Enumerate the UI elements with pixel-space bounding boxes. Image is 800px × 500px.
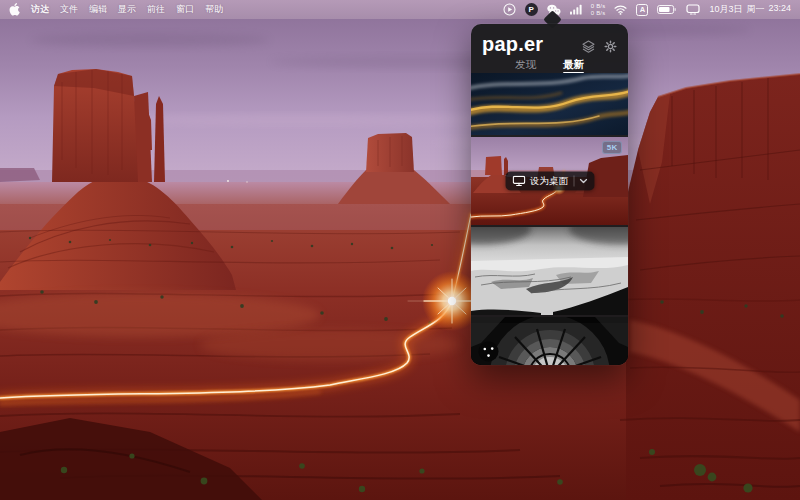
- menu-item-window[interactable]: 窗口: [176, 3, 194, 16]
- time-label: 23:24: [768, 3, 791, 16]
- set-wallpaper-label: 设为桌面: [530, 175, 568, 188]
- tab-discover[interactable]: 发现: [515, 58, 536, 73]
- dots-indicator: [478, 341, 499, 362]
- network-speed[interactable]: 0 B/s 0 B/s: [591, 3, 606, 16]
- menu-item-view[interactable]: 显示: [118, 3, 136, 16]
- desktop-wallpaper-monument-valley: [0, 0, 800, 500]
- wifi-icon[interactable]: [614, 4, 627, 15]
- button-divider: [573, 176, 574, 187]
- monitor-icon: [512, 176, 525, 187]
- date-label: 10月3日: [709, 3, 742, 16]
- menu-item-help[interactable]: 帮助: [205, 3, 223, 16]
- resolution-badge: 5K: [602, 141, 622, 154]
- layers-icon[interactable]: [582, 40, 595, 53]
- tab-latest[interactable]: 最新: [563, 58, 584, 73]
- menu-bar-clock[interactable]: 10月3日 周一 23:24: [709, 3, 791, 16]
- app-title: pap.er: [482, 33, 543, 55]
- menu-bar: 访达 文件 编辑 显示 前往 窗口 帮助 P: [0, 0, 800, 19]
- battery-icon[interactable]: [657, 4, 677, 15]
- signal-steps-icon[interactable]: [570, 4, 582, 15]
- thumbnail-bw-dunes[interactable]: [471, 227, 628, 315]
- menu-item-finder[interactable]: 访达: [31, 3, 49, 16]
- chevron-down-icon: [579, 179, 587, 184]
- weekday-label: 周一: [746, 3, 764, 16]
- display-device-icon[interactable]: [686, 4, 700, 15]
- menu-item-file[interactable]: 文件: [60, 3, 78, 16]
- desktop: 访达 文件 编辑 显示 前往 窗口 帮助 P: [0, 0, 800, 500]
- photo-list: 5K 设为桌面: [471, 73, 628, 365]
- thumbnail-monument-valley-current[interactable]: 5K 设为桌面: [471, 137, 628, 225]
- menu-item-edit[interactable]: 编辑: [89, 3, 107, 16]
- set-wallpaper-button[interactable]: 设为桌面: [505, 172, 594, 191]
- tab-bar: 发现 最新: [471, 58, 628, 73]
- thumbnail-abstract-gold-streaks[interactable]: [471, 73, 628, 135]
- menu-item-go[interactable]: 前往: [147, 3, 165, 16]
- thumbnail-bw-circular-building[interactable]: [471, 317, 628, 365]
- paper-app-menu-icon[interactable]: P: [525, 3, 538, 16]
- input-source-indicator[interactable]: A: [636, 4, 648, 16]
- apple-logo-icon[interactable]: [9, 3, 20, 16]
- paper-app-popover: pap.er: [471, 24, 628, 365]
- play-circle-icon[interactable]: [503, 3, 516, 16]
- settings-gear-icon[interactable]: [604, 40, 617, 53]
